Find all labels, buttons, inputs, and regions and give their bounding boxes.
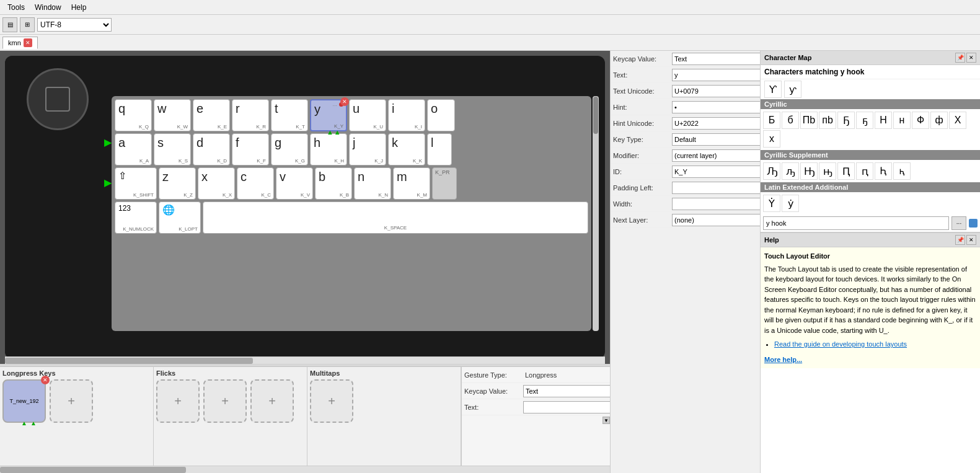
key-f[interactable]: fK_F: [232, 133, 269, 166]
key-o[interactable]: o: [427, 99, 455, 131]
multitap-add-1[interactable]: +: [310, 379, 353, 423]
menu-window[interactable]: Window: [30, 2, 66, 13]
key-v[interactable]: vK_V: [276, 167, 313, 200]
key-n[interactable]: nK_N: [354, 167, 391, 200]
key-w[interactable]: wK_W: [154, 99, 191, 131]
key-x[interactable]: xK_X: [198, 167, 235, 200]
toolbar-icon-2[interactable]: ⊞: [20, 17, 35, 32]
csupp-char-7[interactable]: ԧ: [893, 162, 911, 180]
help-more-link[interactable]: More help...: [764, 356, 802, 363]
toolbar-icon-1[interactable]: ▤: [2, 17, 17, 32]
prop-padding-input[interactable]: [672, 182, 760, 194]
cyrillic-char-8[interactable]: Ф: [912, 112, 929, 129]
matching-char-0[interactable]: Ƴ: [764, 81, 782, 98]
longpress-key-close[interactable]: ✕: [41, 376, 50, 384]
prop-width-input[interactable]: [672, 198, 760, 210]
cyrillic-char-5[interactable]: ҕ: [856, 112, 873, 129]
csupp-char-0[interactable]: Ԡ: [763, 162, 780, 180]
cyrillic-char-9[interactable]: ф: [930, 112, 948, 129]
cyrillic-char-0[interactable]: Б: [763, 112, 780, 129]
tab-kmn[interactable]: kmn ✕: [2, 37, 38, 49]
csupp-char-3[interactable]: ԣ: [819, 162, 836, 180]
prop-modifier-input[interactable]: [672, 149, 760, 162]
key-m[interactable]: mK_M: [393, 167, 430, 200]
flick-add-3[interactable]: +: [250, 379, 294, 423]
csupp-char-4[interactable]: Ԥ: [837, 162, 855, 180]
cyrillic-char-1[interactable]: б: [782, 112, 799, 129]
gesture-keycap-input[interactable]: [523, 385, 610, 397]
longpress-add-button[interactable]: +: [50, 379, 93, 423]
cyrillic-char-10[interactable]: Х: [949, 112, 966, 129]
cyrillic-char-7[interactable]: н: [893, 112, 911, 129]
key-pr[interactable]: K_PR: [432, 167, 457, 200]
csupp-char-2[interactable]: Ԣ: [800, 162, 818, 180]
csupp-char-1[interactable]: ԡ: [782, 162, 799, 180]
csupp-char-6[interactable]: Ԧ: [875, 162, 892, 180]
key-d[interactable]: dK_D: [193, 133, 230, 166]
prop-hint-input[interactable]: [672, 101, 760, 113]
help-guide-link[interactable]: Read the guide on developing touch layou…: [774, 340, 907, 348]
props-scroll-down[interactable]: ▼: [462, 417, 610, 424]
key-t[interactable]: tK_T: [271, 99, 308, 131]
main-area: ▶ ▶ ··· ··· qK_Q wK_W eK_E rK_R tK_T: [0, 51, 980, 473]
tab-close-button[interactable]: ✕: [24, 38, 32, 47]
keyboard-hscrollbar[interactable]: [5, 356, 605, 364]
key-z[interactable]: zK_Z: [159, 167, 196, 200]
help-pin-btn[interactable]: 📌: [955, 235, 965, 245]
latin-char-0[interactable]: Ẏ: [763, 195, 780, 212]
matching-char-1[interactable]: ƴ: [784, 81, 801, 98]
bottom-hscrollbar[interactable]: [0, 466, 610, 473]
key-j[interactable]: jK_J: [349, 133, 386, 166]
charmap-pin-btn[interactable]: 📌: [955, 53, 965, 63]
key-q[interactable]: qK_Q: [115, 99, 152, 131]
key-i[interactable]: iK_I: [388, 99, 425, 131]
gesture-text-input[interactable]: [523, 401, 610, 413]
flick-add-2[interactable]: +: [203, 379, 247, 423]
menu-help[interactable]: Help: [66, 2, 92, 13]
latin-char-1[interactable]: ẏ: [782, 195, 799, 212]
cyrillic-char-3[interactable]: пb: [819, 112, 836, 129]
cyrillic-char-11[interactable]: х: [763, 130, 780, 148]
prop-unicode-input[interactable]: [672, 85, 760, 97]
prop-keycap-input[interactable]: [672, 53, 760, 65]
key-numlock[interactable]: 123K_NUMLOCK: [115, 201, 157, 234]
key-g[interactable]: gK_G: [271, 133, 308, 166]
charmap-close-btn[interactable]: ✕: [966, 53, 976, 63]
arrow-right-1[interactable]: ▶: [104, 136, 112, 148]
prop-hint-unicode-input[interactable]: [672, 117, 760, 130]
longpress-key-1[interactable]: ✕ T_new_192 ▲ ▲: [2, 379, 46, 423]
prop-keytype-input[interactable]: [672, 133, 760, 146]
prop-nextlayer-input[interactable]: [672, 214, 760, 226]
key-s[interactable]: sK_S: [154, 133, 191, 166]
arrow-right-2[interactable]: ▶: [104, 177, 112, 188]
prop-id-input[interactable]: [672, 166, 760, 178]
cyrillic-char-4[interactable]: Ҕ: [837, 112, 855, 129]
key-b[interactable]: bK_B: [315, 167, 352, 200]
key-h[interactable]: ▲ ▲ hK_H: [310, 133, 347, 166]
key-y-close[interactable]: ✕: [340, 97, 349, 106]
key-a[interactable]: aK_A: [115, 133, 152, 166]
props-scroll-down-arrow[interactable]: ▼: [603, 417, 610, 424]
csupp-char-5[interactable]: ԥ: [856, 162, 873, 180]
key-u[interactable]: uK_U: [349, 99, 386, 131]
encoding-select[interactable]: UTF-8 UTF-16 ASCII: [37, 18, 112, 32]
charmap-search-input[interactable]: [763, 216, 949, 230]
charmap-search-button[interactable]: ···: [951, 216, 966, 230]
menu-tools[interactable]: Tools: [2, 2, 30, 13]
key-l[interactable]: l: [427, 133, 452, 166]
key-k[interactable]: kK_K: [388, 133, 425, 166]
help-close-btn[interactable]: ✕: [966, 235, 976, 245]
keyboard-vscrollbar[interactable]: [593, 96, 599, 331]
key-e[interactable]: eK_E: [193, 99, 230, 131]
key-shift[interactable]: ⇧K_SHIFT: [115, 167, 157, 200]
flick-add-1[interactable]: +: [156, 379, 200, 423]
cyrillic-char-6[interactable]: Н: [875, 112, 892, 129]
cyrillic-char-2[interactable]: Пb: [800, 112, 818, 129]
key-space[interactable]: K_SPACE: [203, 201, 588, 234]
key-opt[interactable]: 🌐K_LOPT: [159, 201, 201, 234]
key-y[interactable]: ✕ y K_Y ···: [310, 99, 347, 131]
key-c[interactable]: cK_C: [237, 167, 274, 200]
prop-nextlayer-row: Next Layer:: [611, 212, 760, 228]
key-r[interactable]: rK_R: [232, 99, 269, 131]
prop-text-input[interactable]: [672, 69, 760, 81]
